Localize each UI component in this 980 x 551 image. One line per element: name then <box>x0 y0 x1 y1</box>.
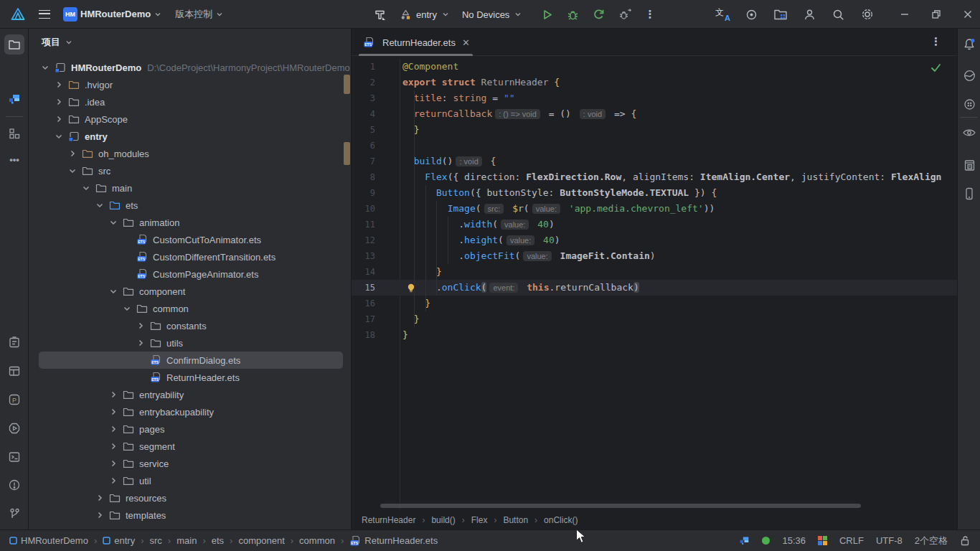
code-line-18[interactable]: 18} <box>352 327 957 343</box>
tree-item-entry[interactable]: entry <box>29 128 352 145</box>
structure-icon[interactable] <box>4 123 24 143</box>
chevron-down-icon[interactable] <box>108 217 123 227</box>
git-branch-icon[interactable] <box>4 504 24 524</box>
code-line-11[interactable]: 11 .width(value: 40) <box>352 217 957 232</box>
tree-item-HMRouterDemo[interactable]: HMRouterDemoD:\CodeProject\HarmonyProjec… <box>29 59 352 76</box>
todo-icon[interactable] <box>4 332 24 352</box>
tab-options-icon[interactable]: ⋮ <box>930 35 941 48</box>
chevron-right-icon[interactable] <box>54 114 68 124</box>
line-number[interactable]: 1 <box>352 59 375 75</box>
tree-item-src[interactable]: src <box>29 162 352 179</box>
codelinter-icon[interactable] <box>961 67 978 84</box>
line-number[interactable]: 4 <box>352 106 375 122</box>
device-selector[interactable]: No Devices <box>462 9 522 20</box>
chevron-right-icon[interactable] <box>108 458 123 468</box>
tree-item-util[interactable]: util <box>29 472 352 489</box>
status-path-item[interactable]: ets <box>212 535 224 546</box>
project-structure-icon[interactable] <box>773 8 788 21</box>
status-path-item[interactable]: component <box>238 535 284 546</box>
attach-debugger-icon[interactable] <box>618 8 632 22</box>
line-number[interactable]: 14 <box>352 264 375 280</box>
code-line-10[interactable]: 10 Image(src: $r(value: 'app.media.chevr… <box>352 201 957 217</box>
chevron-right-icon[interactable] <box>136 338 150 348</box>
services-icon[interactable] <box>4 418 24 438</box>
restore-icon[interactable] <box>931 9 941 19</box>
line-number[interactable]: 9 <box>352 185 375 201</box>
tree-item-pages[interactable]: pages <box>29 420 352 438</box>
chevron-right-icon[interactable] <box>95 510 109 520</box>
module-selector[interactable]: entry <box>400 9 450 21</box>
chevron-right-icon[interactable] <box>108 476 123 486</box>
colors-grid-icon[interactable] <box>818 536 827 545</box>
locate-icon[interactable] <box>745 8 758 22</box>
code-line-13[interactable]: 13 .objectFit(value: ImageFit.Contain) <box>352 248 957 264</box>
file-encoding[interactable]: UTF-8 <box>876 535 903 546</box>
indent-setting[interactable]: 2个空格 <box>915 534 948 547</box>
chevron-down-icon[interactable] <box>81 183 95 193</box>
tree-item-.hvigor[interactable]: .hvigor <box>29 76 352 93</box>
line-number[interactable]: 18 <box>352 327 375 343</box>
tree-item-component[interactable]: component <box>29 283 352 300</box>
project-panel-header[interactable]: 项目 <box>29 29 351 56</box>
settings-gear-icon[interactable] <box>860 7 875 22</box>
code-line-9[interactable]: 9 Button({ buttonStyle: ButtonStyleMode.… <box>352 185 957 201</box>
vcs-widget[interactable]: 版本控制 <box>175 8 224 21</box>
status-path-item[interactable]: src <box>150 535 162 546</box>
status-path-item[interactable]: common <box>299 535 335 546</box>
breadcrumb-item[interactable]: onClick() <box>544 515 578 525</box>
build-hammer-icon[interactable] <box>373 7 387 22</box>
breadcrumb-item[interactable]: build() <box>431 515 455 525</box>
line-number[interactable]: 16 <box>352 296 375 311</box>
tree-item-main[interactable]: main <box>29 179 352 197</box>
codegenie-icon[interactable] <box>739 535 750 546</box>
code-line-12[interactable]: 12 .height(value: 40) <box>352 232 957 248</box>
minimize-icon[interactable] <box>900 9 910 19</box>
breadcrumb-item[interactable]: ReturnHeader <box>362 515 415 525</box>
code-line-3[interactable]: 3 title: string = "" <box>352 90 957 106</box>
tree-item-CustomPageAnimator.ets[interactable]: ETSCustomPageAnimator.ets <box>29 265 352 283</box>
chevron-right-icon[interactable] <box>95 493 109 503</box>
status-path-item[interactable]: entry <box>103 535 135 546</box>
translate-icon[interactable]: 文A <box>715 8 730 21</box>
more-vertical-icon[interactable]: ⋮ <box>644 8 655 21</box>
code-line-17[interactable]: 17 } <box>352 311 957 327</box>
tab-close-icon[interactable]: ✕ <box>462 37 470 48</box>
chevron-down-icon[interactable] <box>122 303 136 314</box>
debug-button[interactable] <box>566 8 580 22</box>
breadcrumb-item[interactable]: Flex <box>471 515 488 525</box>
tree-item-ReturnHeader.ets[interactable]: ETSReturnHeader.ets <box>29 369 352 386</box>
project-folder-icon[interactable] <box>4 34 24 55</box>
code-line-15[interactable]: 15 .onClick(event: this.returnCallback) <box>352 280 957 296</box>
code-line-7[interactable]: 7 build(): void { <box>352 154 957 169</box>
chevron-right-icon[interactable] <box>108 441 123 451</box>
chevron-right-icon[interactable] <box>108 424 123 434</box>
tab-returnheader[interactable]: ETS ReturnHeader.ets ✕ <box>352 29 480 56</box>
status-green-dot[interactable] <box>762 537 770 545</box>
line-number[interactable]: 12 <box>352 232 375 248</box>
tree-item-common[interactable]: common <box>29 300 352 317</box>
more-horizontal-icon[interactable]: ••• <box>4 149 24 169</box>
line-number[interactable]: 7 <box>352 154 375 169</box>
account-icon[interactable] <box>803 8 816 22</box>
chevron-down-icon[interactable] <box>54 131 68 141</box>
rerun-button[interactable] <box>592 8 606 22</box>
chevron-right-icon[interactable] <box>67 149 82 159</box>
tree-item-entrybackupability[interactable]: entrybackupability <box>29 403 352 420</box>
tree-item-oh_modules[interactable]: oh_modules <box>29 145 352 162</box>
code-view[interactable]: 1@Component2export struct ReturnHeader {… <box>352 59 957 343</box>
code-line-5[interactable]: 5 } <box>352 122 957 138</box>
tree-item-templates[interactable]: templates <box>29 507 352 524</box>
line-number[interactable]: 15 <box>352 280 375 296</box>
code-line-8[interactable]: 8 Flex({ direction: FlexDirection.Row, a… <box>352 169 957 185</box>
chevron-down-icon[interactable] <box>67 166 82 176</box>
search-icon[interactable] <box>831 8 845 22</box>
tree-item-constants[interactable]: constants <box>29 317 352 334</box>
notifications-bell-icon[interactable] <box>961 36 978 53</box>
problems-icon[interactable] <box>4 475 24 495</box>
chevron-down-icon[interactable] <box>95 200 109 210</box>
code-line-4[interactable]: 4 returnCallback: () => void = () : void… <box>352 106 957 122</box>
line-number[interactable]: 8 <box>352 169 375 185</box>
line-number[interactable]: 5 <box>352 122 375 138</box>
code-line-2[interactable]: 2export struct ReturnHeader { <box>352 75 957 90</box>
chevron-right-icon[interactable] <box>108 390 123 400</box>
